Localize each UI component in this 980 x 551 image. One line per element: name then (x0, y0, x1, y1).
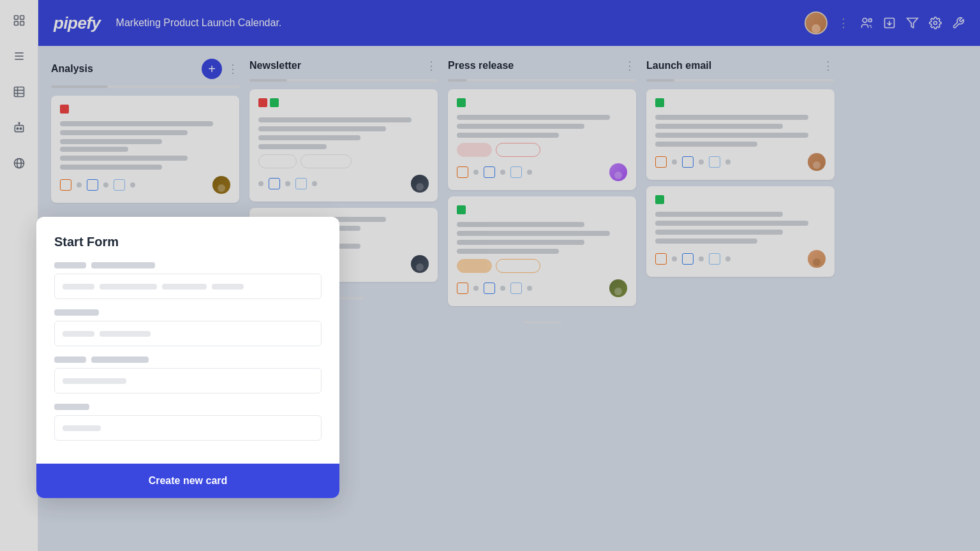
form-field-2 (54, 309, 322, 346)
form-label-2 (54, 309, 322, 316)
label-block (91, 356, 149, 363)
placeholder-block (100, 284, 157, 290)
form-title: Start Form (54, 235, 322, 249)
form-field-3 (54, 356, 322, 393)
label-block (54, 262, 86, 268)
create-card-button[interactable]: Create new card (36, 464, 339, 498)
form-label-1 (54, 262, 322, 268)
label-block (91, 262, 155, 268)
start-form: Start Form (36, 217, 339, 498)
input-content (63, 425, 101, 431)
placeholder-block (63, 425, 101, 431)
form-input-3[interactable] (54, 368, 322, 393)
form-field-4 (54, 404, 322, 441)
input-content (63, 331, 151, 337)
form-field-1 (54, 262, 322, 299)
form-label-4 (54, 404, 322, 410)
label-block (54, 309, 99, 316)
placeholder-block (162, 284, 207, 290)
input-content (63, 284, 244, 290)
placeholder-block (63, 331, 94, 337)
label-block (54, 356, 86, 363)
input-content (63, 378, 126, 384)
form-label-3 (54, 356, 322, 363)
placeholder-block (63, 284, 94, 290)
form-input-2[interactable] (54, 321, 322, 346)
form-input-4[interactable] (54, 415, 322, 441)
form-input-1[interactable] (54, 274, 322, 299)
placeholder-block (63, 378, 126, 384)
placeholder-block (100, 331, 151, 337)
placeholder-block (212, 284, 244, 290)
label-block (54, 404, 89, 410)
form-body: Start Form (36, 217, 339, 451)
